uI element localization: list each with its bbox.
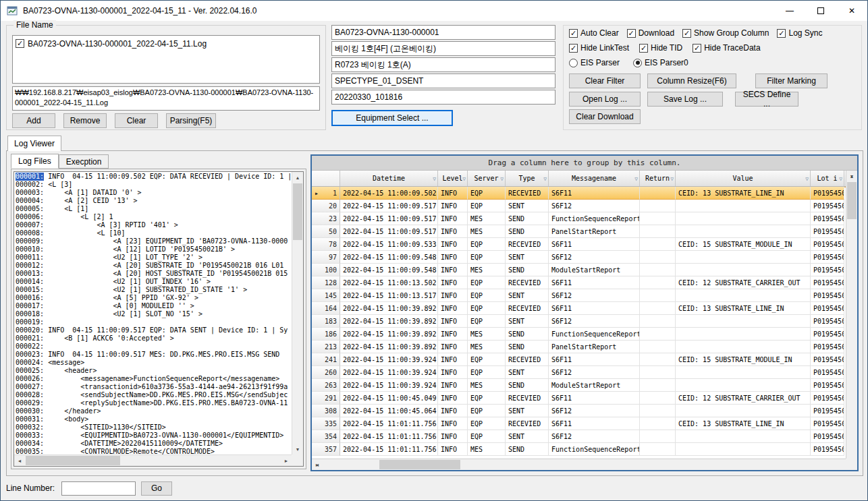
remove-button[interactable]: Remove	[63, 113, 107, 128]
column-header-type[interactable]: Type▽	[506, 171, 549, 186]
log-line-number[interactable]: 000027:	[16, 383, 44, 391]
scroll-right-icon[interactable]: ►	[281, 455, 292, 466]
scroll-up-icon[interactable]: ▲	[292, 172, 303, 183]
checkbox-show-group-column[interactable]: ✓Show Group Column	[682, 28, 769, 38]
log-vertical-scrollbar[interactable]: ▲ ▼	[292, 172, 303, 454]
line-number-input[interactable]	[61, 481, 136, 496]
tab-log-files[interactable]: Log Files	[11, 154, 59, 169]
log-line-number[interactable]: 000017:	[16, 302, 44, 310]
table-row[interactable]: 972022-04-15 11:00:09.548INFOEQPSENTS6F1…	[312, 251, 846, 264]
checkbox-log-sync[interactable]: ✓Log Sync	[777, 28, 822, 38]
grid-vertical-scrollbar[interactable]: ▲ ▼	[846, 171, 857, 459]
table-row[interactable]: 3542022-04-15 11:01:11.756INFOEQPSENTS6F…	[312, 430, 846, 443]
log-line-number[interactable]: 000014:	[16, 278, 44, 286]
scroll-down-icon[interactable]: ▼	[846, 171, 857, 181]
filter-icon[interactable]: ▽	[839, 175, 842, 181]
table-row[interactable]: 3572022-04-15 11:01:11.756INFOMESSENDFun…	[312, 443, 846, 456]
log-line-number[interactable]: 000013:	[16, 270, 44, 278]
column-header-lot-i[interactable]: Lot i▽	[811, 171, 844, 186]
scrollbar-thumb[interactable]	[847, 182, 857, 219]
log-horizontal-scrollbar[interactable]: ◄ ►	[14, 454, 292, 466]
column-header-return[interactable]: Return▽	[640, 171, 676, 186]
file-checkbox-icon[interactable]: ✓	[16, 39, 24, 48]
log-line-number[interactable]: 000026:	[16, 375, 44, 383]
log-line-number[interactable]: 000018:	[16, 310, 44, 318]
log-line-number[interactable]: 000021:	[16, 334, 44, 343]
add-button[interactable]: Add	[12, 113, 55, 128]
log-line-number[interactable]: 000005:	[16, 205, 44, 213]
equipment-select-button[interactable]: Equipment Select ...	[331, 110, 453, 126]
log-line-number[interactable]: 000030:	[16, 407, 44, 415]
log-line-number[interactable]: 000007:	[16, 221, 44, 229]
close-button[interactable]: ✕	[836, 1, 867, 21]
table-row[interactable]: 2412022-04-15 11:00:39.924INFOEQPRECEVIE…	[312, 353, 846, 366]
scroll-down-icon[interactable]: ▼	[292, 444, 303, 454]
filter-icon[interactable]: ▽	[433, 175, 436, 181]
log-line-number[interactable]: 000032:	[16, 423, 44, 432]
equipment-field-1[interactable]	[331, 25, 555, 40]
scrollbar-thumb[interactable]	[293, 183, 302, 240]
table-row[interactable]: 2632022-04-15 11:00:39.924INFOMESSENDMod…	[312, 379, 846, 392]
table-row[interactable]: ▸12022-04-15 11:00:09.502INFOEQPRECEVIED…	[312, 187, 846, 200]
table-row[interactable]: 2132022-04-15 11:00:39.892INFOMESSENDPan…	[312, 341, 846, 353]
log-line-number[interactable]: 000023:	[16, 351, 44, 359]
table-row[interactable]: 232022-04-15 11:00:09.517INFOMESSENDFunc…	[312, 212, 846, 225]
log-line-number[interactable]: 000002:	[16, 181, 44, 189]
filter-icon[interactable]: ▽	[462, 175, 466, 181]
clear-filter-button[interactable]: Clear Filter	[569, 73, 641, 88]
radio-eis-parser[interactable]: EIS Parser	[569, 58, 620, 67]
tab-log-viewer[interactable]: Log Viewer	[7, 136, 61, 151]
equipment-field-4[interactable]	[331, 73, 555, 88]
table-row[interactable]: 202022-04-15 11:00:09.517INFOEQPSENTS6F1…	[312, 200, 846, 212]
log-line-number[interactable]: 000011:	[16, 254, 44, 262]
checkbox-hide-tracedata[interactable]: ✓Hide TraceData	[693, 43, 760, 53]
log-line-number[interactable]: 000001:	[16, 173, 44, 181]
log-line-number[interactable]: 000010:	[16, 245, 44, 254]
equipment-field-5[interactable]	[331, 90, 555, 105]
log-line-number[interactable]: 000025:	[16, 367, 44, 375]
column-header-value[interactable]: Value▽	[676, 171, 811, 186]
log-line-number[interactable]: 000029:	[16, 399, 44, 407]
file-path-box[interactable]: ₩₩192.168.8.217₩eisap03_eislog₩BA0723-OV…	[12, 86, 320, 111]
scroll-left-icon[interactable]: ◄	[14, 455, 25, 466]
radio-eis-parser0[interactable]: EIS Parser0	[633, 58, 688, 67]
open-log-button[interactable]: Open Log ...	[569, 92, 641, 107]
scrollbar-thumb[interactable]	[26, 456, 120, 465]
checkbox-hide-linktest[interactable]: ✓Hide LinkTest	[569, 43, 629, 53]
scroll-right-icon[interactable]: ►	[312, 459, 323, 470]
log-line-number[interactable]: 000028:	[16, 391, 44, 399]
filter-marking-button[interactable]: Filter Marking	[755, 73, 828, 88]
table-row[interactable]: 1642022-04-15 11:00:39.892INFOEQPRECEVIE…	[312, 302, 846, 315]
table-row[interactable]: 1002022-04-15 11:00:09.548INFOMESSENDMod…	[312, 264, 846, 276]
log-line-number[interactable]: 000009:	[16, 237, 44, 245]
table-row[interactable]: 1282022-04-15 11:00:13.502INFOEQPRECEVIE…	[312, 276, 846, 289]
column-header-server[interactable]: Server▽	[468, 171, 506, 186]
tab-execption[interactable]: Execption	[59, 154, 109, 169]
go-button[interactable]: Go	[141, 481, 172, 496]
log-line-number[interactable]: 000024:	[16, 359, 44, 367]
column-resize-f6-button[interactable]: Column Resize(F6)	[647, 73, 736, 88]
log-line-number[interactable]: 000035:	[16, 448, 44, 454]
minimize-button[interactable]: —	[774, 1, 805, 21]
table-row[interactable]: 1862022-04-15 11:00:39.892INFOMESSENDFun…	[312, 328, 846, 341]
filter-icon[interactable]: ▽	[500, 175, 504, 181]
column-header-level[interactable]: Level▽	[438, 171, 468, 186]
checkbox-hide-tid[interactable]: ✓Hide TID	[639, 43, 682, 53]
log-line-number[interactable]: 000015:	[16, 286, 44, 294]
table-row[interactable]: 2912022-04-15 11:00:45.049INFOEQPRECEVIE…	[312, 392, 846, 405]
log-line-number[interactable]: 000004:	[16, 197, 44, 205]
table-row[interactable]: 1832022-04-15 11:00:39.892INFOEQPSENTS6F…	[312, 315, 846, 328]
log-line-number[interactable]: 000020:	[16, 326, 44, 334]
save-log-button[interactable]: Save Log ...	[647, 92, 723, 107]
checkbox-auto-clear[interactable]: ✓Auto Clear	[569, 28, 619, 38]
table-row[interactable]: 1452022-04-15 11:00:13.517INFOEQPSENTS6F…	[312, 289, 846, 302]
log-line-number[interactable]: 000006:	[16, 213, 44, 221]
log-line-number[interactable]: 000031:	[16, 415, 44, 423]
group-by-bar[interactable]: Drag a column here to group by this colu…	[312, 156, 857, 171]
filter-icon[interactable]: ▽	[543, 175, 547, 181]
file-list[interactable]: ✓BA0723-OVNA-1130-000001_2022-04-15_11.L…	[12, 35, 320, 84]
column-header-messagename[interactable]: Messagename▽	[549, 171, 640, 186]
clear-button[interactable]: Clear	[115, 113, 158, 128]
log-line-number[interactable]: 000016:	[16, 294, 44, 302]
table-row[interactable]: 3352022-04-15 11:01:11.756INFOEQPRECEVIE…	[312, 417, 846, 430]
